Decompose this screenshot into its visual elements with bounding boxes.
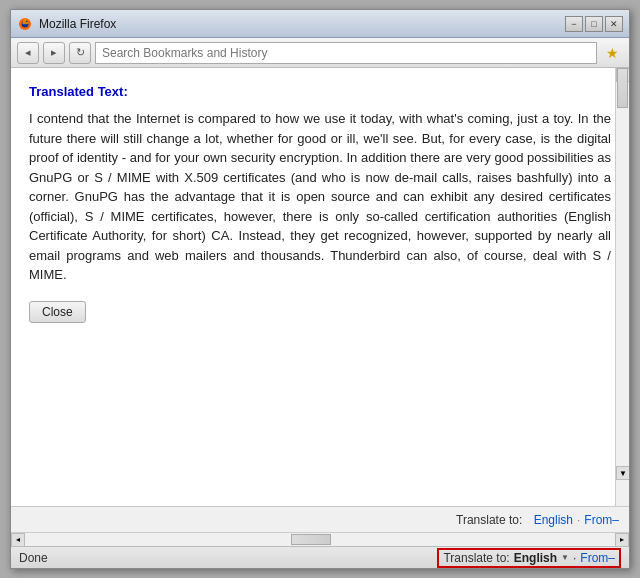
back-button[interactable]: ◂ bbox=[17, 42, 39, 64]
reload-button[interactable]: ↻ bbox=[69, 42, 91, 64]
horizontal-scrollbar[interactable]: ◂ ▸ bbox=[11, 532, 629, 546]
translated-text-label: Translated Text: bbox=[29, 84, 611, 99]
browser-window: Mozilla Firefox − □ ✕ ◂ ▸ ↻ ★ Translated… bbox=[10, 9, 630, 569]
scroll-left-arrow[interactable]: ◂ bbox=[11, 533, 25, 547]
close-button[interactable]: ✕ bbox=[605, 16, 623, 32]
window-title: Mozilla Firefox bbox=[39, 17, 559, 31]
window-controls: − □ ✕ bbox=[565, 16, 623, 32]
status-translate-bar: Translate to: English ▼ · From– bbox=[437, 548, 621, 568]
inner-from-link[interactable]: From– bbox=[584, 513, 619, 527]
dialog-content: Translated Text: I contend that the Inte… bbox=[11, 68, 629, 506]
inner-language-value[interactable]: English bbox=[534, 513, 573, 527]
minimize-button[interactable]: − bbox=[565, 16, 583, 32]
close-dialog-button[interactable]: Close bbox=[29, 301, 86, 323]
firefox-icon bbox=[17, 16, 33, 32]
inner-translate-label: Translate to: bbox=[456, 513, 522, 527]
toolbar: ◂ ▸ ↻ ★ bbox=[11, 38, 629, 68]
inner-translate-bar: Translate to: English · From– bbox=[11, 506, 629, 532]
scroll-right-arrow[interactable]: ▸ bbox=[615, 533, 629, 547]
bookmark-star-icon[interactable]: ★ bbox=[601, 42, 623, 64]
maximize-button[interactable]: □ bbox=[585, 16, 603, 32]
scroll-down-arrow[interactable]: ▼ bbox=[616, 466, 629, 480]
status-from-link[interactable]: From– bbox=[580, 551, 615, 565]
forward-button[interactable]: ▸ bbox=[43, 42, 65, 64]
vertical-scrollbar[interactable]: ▲ ▼ bbox=[615, 68, 629, 506]
content-area: Translated Text: I contend that the Inte… bbox=[11, 68, 629, 532]
translated-body: I contend that the Internet is compared … bbox=[29, 109, 611, 285]
status-translate-label: Translate to: bbox=[443, 551, 509, 565]
status-bar: Done Translate to: English ▼ · From– bbox=[11, 546, 629, 568]
hscroll-track bbox=[25, 533, 615, 546]
status-separator: · bbox=[573, 551, 576, 565]
title-bar: Mozilla Firefox − □ ✕ bbox=[11, 10, 629, 38]
status-done-label: Done bbox=[19, 551, 437, 565]
hscroll-thumb[interactable] bbox=[291, 534, 331, 545]
inner-separator: · bbox=[577, 513, 580, 527]
status-language-value[interactable]: English bbox=[514, 551, 557, 565]
status-dropdown-arrow[interactable]: ▼ bbox=[561, 553, 569, 562]
search-input[interactable] bbox=[95, 42, 597, 64]
scroll-thumb[interactable] bbox=[617, 68, 628, 108]
